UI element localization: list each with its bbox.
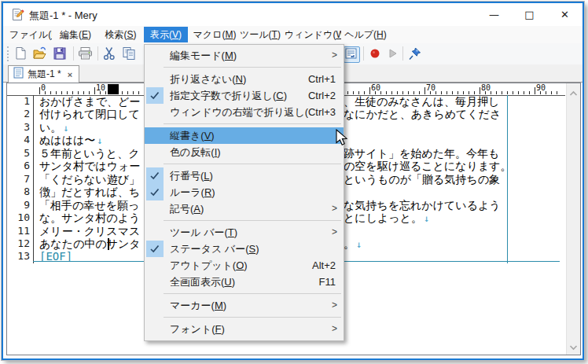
line-text-left: メリー・クリスマス xyxy=(39,225,140,237)
menu-item[interactable]: ツール バー(T)> xyxy=(145,224,344,241)
menu-item-label: 縦書き(V) xyxy=(170,129,344,143)
menu-item-label: フォント(F) xyxy=(170,322,344,336)
line-number: 2 xyxy=(7,108,30,120)
newline-mark-icon: ↓ xyxy=(97,135,102,146)
menubar-item[interactable]: 検索(S) xyxy=(99,27,142,42)
line-number: 13 xyxy=(7,250,30,263)
menu-item-shortcut: Ctrl+1 xyxy=(308,73,336,85)
close-button[interactable]: ✕ xyxy=(547,3,582,26)
open-folder-icon[interactable] xyxy=(33,46,47,61)
checkmark-icon xyxy=(146,167,164,184)
minimize-button[interactable]: — xyxy=(476,3,512,26)
view-menu-dropdown: 編集モード(M)>折り返さない(N)Ctrl+1指定文字数で折り返し(C)Ctr… xyxy=(144,44,344,341)
menu-item-label: 編集モード(M) xyxy=(170,49,344,63)
menu-item[interactable]: 色の反転(I) xyxy=(145,144,344,160)
submenu-arrow-icon: > xyxy=(332,323,337,334)
menu-separator xyxy=(164,123,341,124)
line-number: 5 xyxy=(7,147,30,160)
menubar-item[interactable]: ツール(T) xyxy=(239,27,281,42)
record-macro-icon[interactable] xyxy=(368,46,382,61)
toolbar-separator xyxy=(97,46,98,61)
newline-mark-icon: ↓ xyxy=(63,123,68,134)
menu-separator xyxy=(164,164,341,164)
checkmark-icon xyxy=(146,87,164,104)
menu-item-label: 行番号(L) xyxy=(170,169,344,183)
wrap-settings-icon[interactable] xyxy=(344,46,360,63)
ruler-label: 70 xyxy=(426,83,435,92)
menu-item[interactable]: 行番号(L) xyxy=(145,167,344,184)
toolbar-grip xyxy=(7,46,11,61)
menu-separator xyxy=(164,293,341,294)
line-text-left: サンタ村ではウォー xyxy=(39,160,140,172)
line-text-left: 付けられて閉口して xyxy=(39,108,140,120)
tab-untitled-1[interactable]: 無題-1 * × xyxy=(8,65,79,83)
menubar-item[interactable]: 表示(V) xyxy=(144,27,188,42)
menu-item-label: マーカー(M) xyxy=(170,299,344,313)
line-number: 6 xyxy=(7,160,30,172)
toolbar-separator xyxy=(402,46,403,61)
menu-item-label: ステータス バー(S) xyxy=(170,242,344,256)
ruler-label: 0 xyxy=(41,83,46,92)
play-macro-icon[interactable] xyxy=(385,46,399,61)
ruler-label: 10 xyxy=(96,83,105,92)
tab-close-icon[interactable]: × xyxy=(68,70,72,79)
line-text-right: というものが「贈る気持ちの象 xyxy=(344,173,500,186)
menu-item-label: アウトプット(O) xyxy=(170,259,312,273)
toolbar-separator xyxy=(363,46,364,61)
menu-item[interactable]: ルーラ(R) xyxy=(145,184,344,200)
menu-item[interactable]: ステータス バー(S) xyxy=(145,241,344,257)
line-number: 9 xyxy=(7,199,30,211)
newline-mark-icon: ↓ xyxy=(424,213,429,224)
menu-item[interactable]: ウィンドウの右端で折り返し(W)Ctrl+3 xyxy=(145,104,344,120)
newline-mark-icon: ↓ xyxy=(356,239,362,250)
menubar-item[interactable]: ファイル(F) xyxy=(9,27,52,42)
menu-item[interactable]: 折り返さない(N)Ctrl+1 xyxy=(145,71,344,87)
vertical-scrollbar[interactable] xyxy=(566,83,580,355)
ruler-label: 90 xyxy=(536,83,546,92)
maximize-button[interactable]: □ xyxy=(512,3,547,26)
line-text-right: なにかだと、あきらめてくださ xyxy=(344,108,501,120)
menu-item-label: 指定文字数で折り返し(C) xyxy=(170,89,308,103)
ruler-label: 60 xyxy=(371,83,380,92)
tab-label: 無題-1 * xyxy=(28,68,61,81)
line-text-left: い。↓ xyxy=(39,121,69,134)
print-icon[interactable] xyxy=(78,46,92,61)
menubar-item[interactable]: ウィンドウ(W) xyxy=(285,27,341,42)
menu-item[interactable]: 編集モード(M)> xyxy=(145,47,344,64)
chevron-up-icon[interactable] xyxy=(568,88,579,98)
line-text-right: とにしよっと。↓ xyxy=(344,211,429,225)
menu-separator xyxy=(164,67,341,68)
menubar: ファイル(F)編集(E)検索(S)表示(V)マクロ(M)ツール(T)ウィンドウ(… xyxy=(3,26,582,43)
line-text-left: ５年前というと、ク xyxy=(39,147,140,160)
mery-window: 無題-1 * - Mery — □ ✕ ファイル(F)編集(E)検索(S)表示(… xyxy=(2,2,584,360)
cut-icon[interactable] xyxy=(102,46,116,61)
save-icon[interactable] xyxy=(53,46,67,61)
menu-item[interactable]: 全画面表示(U)F11 xyxy=(145,274,344,290)
app-icon xyxy=(11,8,24,24)
menu-item[interactable]: フォント(F)> xyxy=(145,321,344,337)
new-document-icon[interactable] xyxy=(13,46,28,61)
menu-item-label: 記号(A) xyxy=(170,202,344,216)
menu-item[interactable]: 縦書き(V) xyxy=(145,127,344,144)
toolbar-separator xyxy=(73,46,74,61)
tab-document-icon xyxy=(13,67,24,82)
line-text-right: 跡サイト」を始めた年。今年も xyxy=(344,147,499,160)
menubar-item[interactable]: ヘルプ(H) xyxy=(343,27,388,42)
copy-icon[interactable] xyxy=(122,46,136,61)
menu-item[interactable]: 記号(A)> xyxy=(145,200,344,217)
line-text-left: おかげさまで、どー xyxy=(39,95,140,108)
menu-item[interactable]: マーカー(M)> xyxy=(145,297,344,314)
chevron-down-icon[interactable] xyxy=(568,341,579,351)
menu-item[interactable]: アウトプット(O)Alt+2 xyxy=(145,257,344,274)
pin-icon[interactable] xyxy=(407,46,421,61)
line-number: 1 xyxy=(7,95,30,108)
menubar-item[interactable]: 編集(E) xyxy=(53,27,97,42)
menu-item-label: 全画面表示(U) xyxy=(170,275,319,289)
submenu-arrow-icon: > xyxy=(332,300,337,311)
line-text-right: な気持ちを忘れかけているよう xyxy=(344,199,501,211)
mouse-cursor xyxy=(336,129,351,150)
menubar-item[interactable]: マクロ(M) xyxy=(192,27,237,42)
menu-item[interactable]: 指定文字数で折り返し(C)Ctrl+2 xyxy=(145,87,344,104)
line-text-left: あなたの中のサンタ xyxy=(39,237,141,250)
line-number: 10 xyxy=(7,211,30,224)
